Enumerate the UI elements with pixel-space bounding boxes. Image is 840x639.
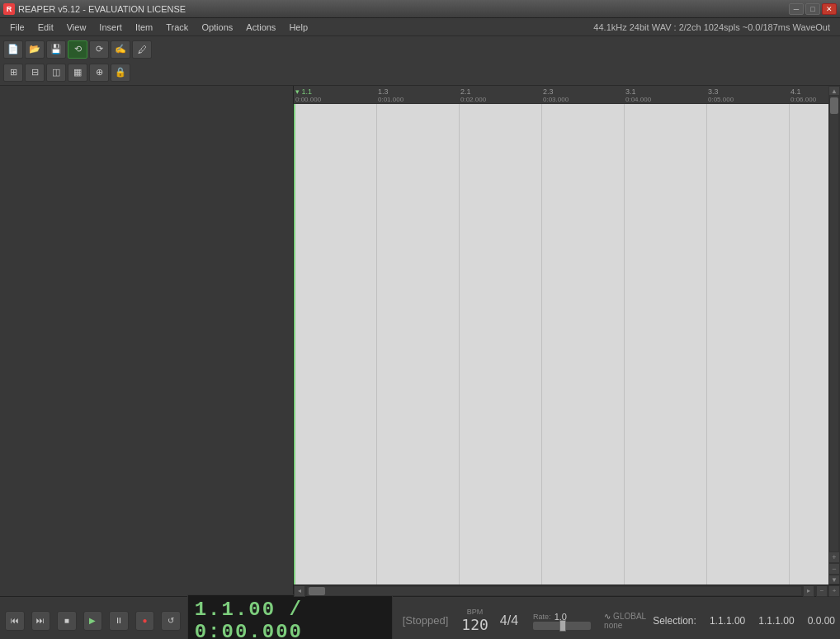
grid-line xyxy=(459,104,460,585)
arrange-tracks[interactable] xyxy=(294,104,828,585)
menu-track[interactable]: Track xyxy=(159,21,195,34)
menu-options[interactable]: Options xyxy=(195,21,239,34)
hzoom-out-button[interactable]: − xyxy=(816,585,828,597)
toolbar-new[interactable]: 📄 xyxy=(3,40,23,59)
vscroll-thumb[interactable] xyxy=(830,97,838,114)
global-label-row: ∿ GLOBAL xyxy=(604,612,646,621)
hscroll-track[interactable] xyxy=(307,587,801,595)
time-display: 1.1.00 / 0:00.000 xyxy=(187,594,393,640)
selection-start: 1.1.1.00 xyxy=(710,615,745,627)
scroll-down-button[interactable]: ▼ xyxy=(828,575,840,585)
scroll-up-button[interactable]: ▲ xyxy=(828,86,840,96)
menu-file[interactable]: File xyxy=(3,21,31,34)
menu-insert[interactable]: Insert xyxy=(92,21,129,34)
main-area: ▾ 1.1 0:00.000 1.3 0:01.000 2.1 0:02.000… xyxy=(0,86,840,596)
toolbar-pencil[interactable]: 🖊 xyxy=(132,40,152,59)
menu-item[interactable]: Item xyxy=(129,21,159,34)
time-signature[interactable]: 4/4 xyxy=(500,613,518,628)
menu-view[interactable]: View xyxy=(60,21,93,34)
toolbar-snap[interactable]: ⊞ xyxy=(3,64,23,82)
bpm-value[interactable]: 120 xyxy=(461,616,488,633)
transport-bar: ⏮ ⏭ ■ ▶ ⏸ ● ↺ 1.1.00 / 0:00.000 [Stopped… xyxy=(0,596,840,639)
grid-line xyxy=(541,104,542,585)
global-section: ∿ GLOBAL none xyxy=(604,612,646,630)
toolbar-redo[interactable]: ⟳ xyxy=(89,40,109,59)
arrange-inner: ▾ 1.1 0:00.000 1.3 0:01.000 2.1 0:02.000… xyxy=(294,86,840,585)
arrange-area: ▾ 1.1 0:00.000 1.3 0:01.000 2.1 0:02.000… xyxy=(294,86,828,585)
grid-line xyxy=(789,104,790,585)
pause-button[interactable]: ⏸ xyxy=(109,611,129,631)
maximize-button[interactable]: □ xyxy=(805,3,820,15)
menu-help[interactable]: Help xyxy=(282,21,314,34)
ruler-mark-7: 4.1 0:06.000 xyxy=(790,88,816,103)
window-title: REAPER v5.12 - EVALUATION LICENSE xyxy=(18,4,186,14)
menu-bar: File Edit View Insert Item Track Options… xyxy=(0,18,840,36)
grid-line xyxy=(706,104,707,585)
toolbar-save[interactable]: 💾 xyxy=(46,40,66,59)
zoom-out-button[interactable]: − xyxy=(828,563,840,575)
app-icon: R xyxy=(3,3,15,15)
scroll-right-button[interactable]: ▸ xyxy=(803,585,814,597)
global-none[interactable]: none xyxy=(604,621,646,630)
zoom-in-button[interactable]: + xyxy=(828,551,840,563)
stop-button[interactable]: ■ xyxy=(57,611,77,631)
toolbar-undo[interactable]: ⟲ xyxy=(68,40,87,59)
record-button[interactable]: ● xyxy=(135,611,155,631)
selection-end: 1.1.1.00 xyxy=(758,615,794,627)
toolbar-lock[interactable]: 🔒 xyxy=(111,64,130,82)
title-left: R REAPER v5.12 - EVALUATION LICENSE xyxy=(3,3,186,15)
ruler-mark-6: 3.3 0:05.000 xyxy=(708,88,734,103)
scroll-left-button[interactable]: ◂ xyxy=(294,585,305,597)
audio-status: 44.1kHz 24bit WAV : 2/2ch 1024spls ~0.0/… xyxy=(593,22,837,32)
go-start-button[interactable]: ⏮ xyxy=(5,611,25,631)
rate-label: Rate: xyxy=(533,613,551,621)
ruler-mark-5: 3.1 0:04.000 xyxy=(625,88,651,103)
vscroll-track[interactable] xyxy=(830,96,838,551)
global-icon: ∿ xyxy=(604,612,611,621)
track-header-area xyxy=(0,86,293,596)
selection-area: Selection: 1.1.1.00 1.1.1.00 0.0.00 xyxy=(653,615,835,627)
ruler-mark-1: ▾ 1.1 0:00.000 xyxy=(295,88,321,103)
toolbar-row1: 📄 📂 💾 ⟲ ⟳ ✍ 🖊 xyxy=(3,39,152,60)
zoom-controls: − + xyxy=(816,585,840,597)
arrange-section: ▾ 1.1 0:00.000 1.3 0:01.000 2.1 0:02.000… xyxy=(294,86,840,596)
loop-button[interactable]: ↺ xyxy=(161,611,181,631)
title-bar: R REAPER v5.12 - EVALUATION LICENSE ─ □ … xyxy=(0,0,840,18)
vertical-scrollbar[interactable]: ▲ + − ▼ xyxy=(828,86,840,585)
global-label: GLOBAL xyxy=(613,612,646,621)
toolbar: 📄 📂 💾 ⟲ ⟳ ✍ 🖊 ⊞ ⊟ ◫ ▦ ⊕ 🔒 xyxy=(0,36,840,86)
rate-thumb[interactable] xyxy=(559,620,566,632)
rate-slider[interactable] xyxy=(533,622,591,630)
track-panel xyxy=(0,86,294,596)
horizontal-scrollbar[interactable]: ◂ ▸ − + xyxy=(294,585,840,596)
selection-length: 0.0.00 xyxy=(808,615,835,627)
hzoom-in-button[interactable]: + xyxy=(828,585,840,597)
toolbar-xfade[interactable]: ◫ xyxy=(46,64,66,82)
play-button[interactable]: ▶ xyxy=(83,611,103,631)
toolbar-grid[interactable]: ▦ xyxy=(68,64,87,82)
toolbar-row2: ⊞ ⊟ ◫ ▦ ⊕ 🔒 xyxy=(3,62,152,83)
menu-edit[interactable]: Edit xyxy=(31,21,60,34)
menu-actions[interactable]: Actions xyxy=(239,21,282,34)
bpm-label: BPM xyxy=(467,608,484,616)
ruler-mark-3: 2.1 0:02.000 xyxy=(460,88,486,103)
bpm-area: BPM 120 xyxy=(461,608,488,633)
selection-label: Selection: xyxy=(653,615,696,627)
close-button[interactable]: ✕ xyxy=(822,3,837,15)
toolbar-open[interactable]: 📂 xyxy=(25,40,45,59)
toolbar-rows: 📄 📂 💾 ⟲ ⟳ ✍ 🖊 ⊞ ⊟ ◫ ▦ ⊕ 🔒 xyxy=(3,39,152,83)
go-end-button[interactable]: ⏭ xyxy=(31,611,51,631)
window-controls[interactable]: ─ □ ✕ xyxy=(789,3,837,15)
timeline-ruler: ▾ 1.1 0:00.000 1.3 0:01.000 2.1 0:02.000… xyxy=(294,86,828,104)
grid-line xyxy=(376,104,377,585)
hscroll-thumb[interactable] xyxy=(309,587,325,595)
ruler-mark-2: 1.3 0:01.000 xyxy=(378,88,403,103)
playhead xyxy=(294,104,295,585)
grid-line xyxy=(624,104,625,585)
toolbar-stretch[interactable]: ⊕ xyxy=(89,64,109,82)
toolbar-ripple[interactable]: ⊟ xyxy=(25,64,45,82)
minimize-button[interactable]: ─ xyxy=(789,3,804,15)
transport-status: [Stopped] xyxy=(403,614,449,627)
toolbar-glue[interactable]: ✍ xyxy=(111,40,130,59)
ruler-mark-4: 2.3 0:03.000 xyxy=(543,88,569,103)
